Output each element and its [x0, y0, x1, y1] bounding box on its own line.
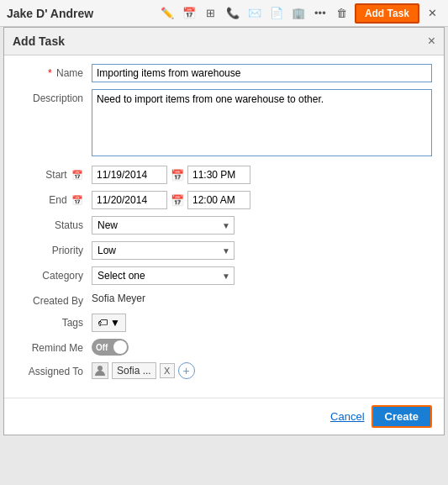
category-row: Category Select one ▼ [16, 266, 432, 285]
email-icon[interactable]: ✉️ [245, 4, 264, 23]
category-field-wrapper: Select one ▼ [92, 266, 432, 285]
modal-body: * Name Description Need to import items … [4, 55, 444, 394]
end-label: End 📅 [16, 191, 92, 206]
toggle-knob [113, 340, 127, 354]
end-date-wrapper: 📅 [92, 191, 432, 209]
assigned-to-row: Assigned To Sofia ... X + [16, 362, 432, 379]
assigned-to-wrapper: Sofia ... X + [92, 362, 432, 379]
toolbar-icons: ✏️ 📅 ⊞ 📞 ✉️ 📄 🏢 ••• 🗑 Add Task ✕ [158, 3, 441, 24]
modal-close-icon[interactable]: × [428, 34, 435, 48]
status-select[interactable]: New In Progress Completed Cancelled [92, 216, 235, 235]
assigned-row-inner: Sofia ... X + [92, 362, 432, 379]
assigned-person-icon [92, 362, 108, 379]
start-date-wrapper: 📅 [92, 166, 432, 184]
grid-icon[interactable]: ⊞ [202, 4, 220, 23]
modal-title: Add Task [13, 34, 65, 48]
cancel-button[interactable]: Cancel [330, 410, 364, 423]
description-field-wrapper: Need to import items from one warehouse … [92, 89, 432, 159]
created-by-text: Sofia Meyer [92, 289, 145, 304]
end-calendar-icon[interactable]: 📅 [171, 194, 184, 207]
start-row: Start 📅 📅 [16, 166, 432, 184]
tags-label: Tags [16, 314, 92, 329]
assigned-name-text: Sofia ... [112, 362, 156, 379]
status-row: Status New In Progress Completed Cancell… [16, 216, 432, 235]
category-label: Category [16, 266, 92, 282]
category-select-wrapper: Select one ▼ [92, 266, 235, 285]
end-date-input[interactable] [92, 191, 167, 209]
tag-icon: 🏷 [98, 317, 108, 329]
priority-select-wrapper: Low Medium High ▼ [92, 241, 235, 260]
calendar-icon[interactable]: 📅 [180, 4, 198, 23]
start-cal-icon: 📅 [71, 170, 83, 180]
tags-wrapper: 🏷 ▼ [92, 314, 432, 332]
topbar-close-icon[interactable]: ✕ [423, 4, 441, 23]
priority-row: Priority Low Medium High ▼ [16, 241, 432, 260]
end-cal-icon-label: 📅 [71, 195, 83, 205]
start-calendar-icon[interactable]: 📅 [171, 169, 184, 182]
remove-assigned-button[interactable]: X [160, 363, 175, 378]
tags-row: Tags 🏷 ▼ [16, 314, 432, 332]
name-label: * Name [16, 64, 92, 79]
description-row: Description Need to import items from on… [16, 89, 432, 159]
remind-me-row: Remind Me Off [16, 339, 432, 356]
more-icon[interactable]: ••• [311, 4, 329, 23]
name-row: * Name [16, 64, 432, 82]
description-label: Description [16, 89, 92, 104]
assigned-to-label: Assigned To [16, 362, 92, 377]
category-select[interactable]: Select one [92, 266, 235, 285]
status-label: Status [16, 216, 92, 231]
tags-field-wrapper: 🏷 ▼ [92, 314, 432, 332]
remind-me-wrapper: Off [92, 339, 432, 356]
created-by-value: Sofia Meyer [92, 292, 432, 304]
phone-icon[interactable]: 📞 [224, 4, 242, 23]
page-title: Jake D' Andrew [7, 7, 93, 20]
modal-footer: Cancel Create [4, 398, 444, 435]
created-by-label: Created By [16, 292, 92, 307]
priority-field-wrapper: Low Medium High ▼ [92, 241, 432, 260]
svg-point-0 [98, 366, 103, 371]
tags-button[interactable]: 🏷 ▼ [92, 314, 126, 332]
modal-header: Add Task × [4, 28, 444, 55]
created-by-row: Created By Sofia Meyer [16, 292, 432, 307]
pencil-icon[interactable]: ✏️ [158, 4, 177, 23]
status-select-wrapper: New In Progress Completed Cancelled ▼ [92, 216, 235, 235]
start-time-input[interactable] [187, 166, 250, 184]
priority-select[interactable]: Low Medium High [92, 241, 235, 260]
remind-me-label: Remind Me [16, 339, 92, 354]
status-field-wrapper: New In Progress Completed Cancelled ▼ [92, 216, 432, 235]
toggle-label-text: Off [96, 343, 108, 352]
add-task-modal: Add Task × * Name Description Need to im… [3, 27, 445, 435]
name-input[interactable] [92, 64, 432, 82]
start-label: Start 📅 [16, 166, 92, 181]
required-asterisk: * [48, 67, 52, 79]
add-assigned-button[interactable]: + [178, 362, 195, 379]
end-time-input[interactable] [187, 191, 250, 209]
remind-me-toggle[interactable]: Off [92, 339, 129, 356]
start-date-input[interactable] [92, 166, 167, 184]
priority-label: Priority [16, 241, 92, 256]
end-row: End 📅 📅 [16, 191, 432, 209]
add-task-button[interactable]: Add Task [355, 3, 419, 24]
name-field-wrapper [92, 64, 432, 82]
create-button[interactable]: Create [372, 405, 432, 428]
trash-icon[interactable]: 🗑 [333, 4, 351, 23]
description-input[interactable]: Need to import items from one warehouse … [92, 89, 432, 156]
building-icon[interactable]: 🏢 [289, 4, 308, 23]
tag-dropdown-arrow: ▼ [110, 317, 120, 329]
document-icon[interactable]: 📄 [267, 4, 286, 23]
